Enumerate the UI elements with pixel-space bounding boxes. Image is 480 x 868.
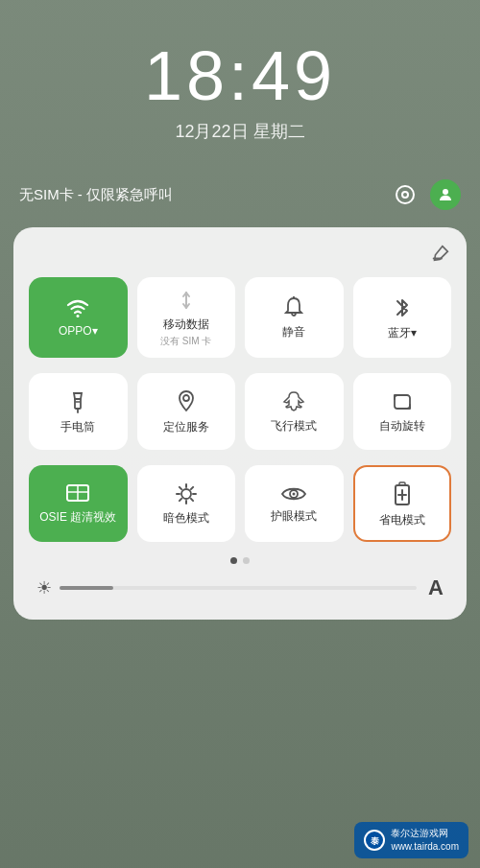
tile-flashlight-label: 手电筒 xyxy=(60,420,95,435)
tile-airplane[interactable]: 飞行模式 xyxy=(245,373,344,450)
svg-point-14 xyxy=(181,489,191,499)
brightness-slider[interactable] xyxy=(60,586,417,590)
watermark-logo: 泰 xyxy=(364,830,385,851)
svg-line-21 xyxy=(191,487,193,489)
camera-icon-btn[interactable] xyxy=(390,179,420,210)
airplane-icon xyxy=(281,390,306,413)
location-icon xyxy=(176,389,197,414)
watermark-line2: www.tairda.com xyxy=(391,840,459,854)
edit-icon xyxy=(430,243,451,264)
tile-osie[interactable]: OSIE 超清视效 xyxy=(29,465,128,542)
bluetooth-icon xyxy=(393,295,412,320)
profile-icon-btn[interactable] xyxy=(430,179,461,210)
tiles-row-1: OPPO▾ 移动数据 没有 SIM 卡 xyxy=(29,277,451,358)
svg-point-2 xyxy=(443,189,448,195)
tile-rotation-label: 自动旋转 xyxy=(379,419,425,434)
sim-status-text: 无SIM卡 - 仅限紧急呼叫 xyxy=(19,186,173,204)
dark-mode-icon xyxy=(175,482,198,505)
tile-flashlight[interactable]: 手电筒 xyxy=(29,373,128,450)
brightness-fill xyxy=(60,586,113,590)
svg-rect-10 xyxy=(395,395,410,409)
status-bar: 无SIM卡 - 仅限紧急呼叫 xyxy=(0,162,480,220)
svg-point-9 xyxy=(183,395,189,401)
tile-rotation[interactable]: 自动旋转 xyxy=(353,373,452,450)
time-display: 18:49 xyxy=(0,38,480,114)
bottom-bar: ☀ A xyxy=(29,575,451,600)
svg-point-1 xyxy=(402,192,408,198)
tile-airplane-label: 飞行模式 xyxy=(271,419,317,434)
watermark-line1: 泰尔达游戏网 xyxy=(391,827,459,840)
osie-icon xyxy=(65,483,90,504)
tile-eye-care-label: 护眼模式 xyxy=(271,509,317,525)
svg-point-24 xyxy=(293,492,296,495)
person-icon xyxy=(437,186,454,203)
svg-rect-6 xyxy=(75,399,81,409)
tile-sound-label: 静音 xyxy=(282,325,305,340)
status-icons xyxy=(390,179,461,210)
tile-osie-label: OSIE 超清视效 xyxy=(39,510,116,526)
font-size-btn[interactable]: A xyxy=(428,575,444,600)
svg-point-0 xyxy=(396,186,414,203)
tile-battery-saver-label: 省电模式 xyxy=(379,513,425,528)
tiles-row-3: OSIE 超清视效 暗色模式 xyxy=(29,465,451,542)
tile-mobile-label: 移动数据 xyxy=(163,317,209,333)
svg-point-4 xyxy=(77,315,80,317)
viewfinder-icon xyxy=(394,183,417,206)
lock-screen-top: 18:49 12月22日 星期二 xyxy=(0,0,480,143)
flashlight-icon xyxy=(68,389,87,414)
tile-sound[interactable]: 静音 xyxy=(245,277,344,358)
svg-line-19 xyxy=(180,487,181,489)
tile-eye-care[interactable]: 护眼模式 xyxy=(245,465,344,542)
page-dots xyxy=(29,557,451,564)
rotation-icon xyxy=(390,390,415,413)
date-display: 12月22日 星期二 xyxy=(0,120,480,143)
tiles-row-2: 手电筒 定位服务 飞行模式 xyxy=(29,373,451,450)
svg-rect-26 xyxy=(399,482,405,485)
panel-header xyxy=(29,243,451,264)
tile-location[interactable]: 定位服务 xyxy=(137,373,236,450)
svg-line-20 xyxy=(191,499,193,501)
watermark: 泰 泰尔达游戏网 www.tairda.com xyxy=(354,822,468,858)
dot-2[interactable] xyxy=(243,557,250,564)
tile-bluetooth-label: 蓝牙▾ xyxy=(388,326,417,341)
watermark-text: 泰尔达游戏网 www.tairda.com xyxy=(391,827,459,854)
tile-bluetooth[interactable]: 蓝牙▾ xyxy=(353,277,452,358)
bell-icon xyxy=(283,296,304,319)
tile-mobile-data[interactable]: 移动数据 没有 SIM 卡 xyxy=(137,277,236,358)
battery-saver-icon xyxy=(393,481,412,507)
tile-location-label: 定位服务 xyxy=(163,420,209,435)
svg-text:泰: 泰 xyxy=(370,836,380,846)
brightness-icon: ☀ xyxy=(36,577,52,598)
mobile-data-icon xyxy=(176,289,197,312)
tile-wifi-label: OPPO▾ xyxy=(59,324,98,340)
watermark-logo-icon: 泰 xyxy=(366,832,383,849)
dot-1[interactable] xyxy=(230,557,237,564)
tile-battery-saver[interactable]: 省电模式 xyxy=(353,465,452,542)
brightness-area: ☀ xyxy=(36,577,417,598)
tile-wifi[interactable]: OPPO▾ xyxy=(29,277,128,358)
eye-care-icon xyxy=(280,484,307,504)
tile-dark-mode-label: 暗色模式 xyxy=(163,511,209,527)
tile-dark-mode[interactable]: 暗色模式 xyxy=(137,465,236,542)
svg-line-22 xyxy=(180,499,181,501)
tile-mobile-sublabel: 没有 SIM 卡 xyxy=(160,335,211,348)
quick-settings-panel: OPPO▾ 移动数据 没有 SIM 卡 xyxy=(13,227,467,620)
edit-icon-btn[interactable] xyxy=(430,243,451,264)
wifi-icon xyxy=(65,297,90,318)
